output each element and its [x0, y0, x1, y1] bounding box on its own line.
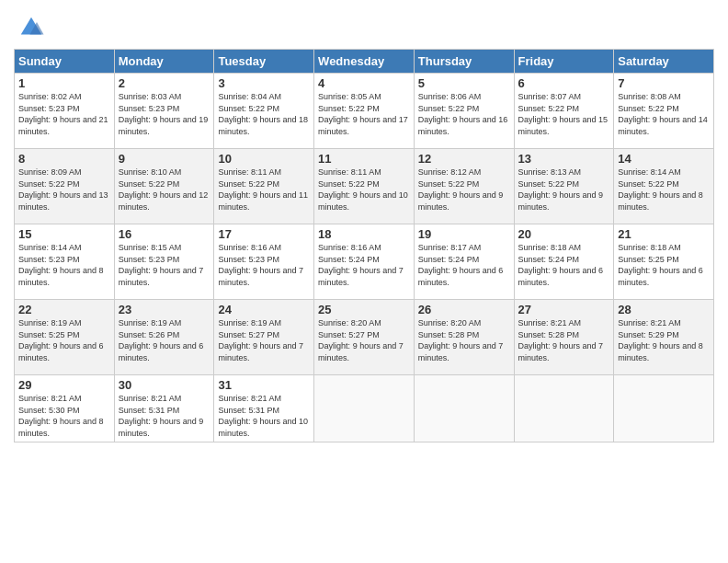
calendar-day-cell: 20 Sunrise: 8:18 AM Sunset: 5:24 PM Dayl…	[514, 224, 614, 300]
calendar-day-cell: 19 Sunrise: 8:17 AM Sunset: 5:24 PM Dayl…	[414, 224, 514, 300]
main-container: SundayMondayTuesdayWednesdayThursdayFrid…	[0, 0, 728, 452]
day-info: Sunrise: 8:07 AM Sunset: 5:22 PM Dayligh…	[518, 91, 610, 137]
calendar-day-cell: 14 Sunrise: 8:14 AM Sunset: 5:22 PM Dayl…	[614, 149, 714, 224]
day-info: Sunrise: 8:21 AM Sunset: 5:29 PM Dayligh…	[618, 317, 710, 363]
day-info: Sunrise: 8:21 AM Sunset: 5:31 PM Dayligh…	[218, 393, 310, 439]
day-info: Sunrise: 8:17 AM Sunset: 5:24 PM Dayligh…	[418, 242, 510, 288]
calendar-table: SundayMondayTuesdayWednesdayThursdayFrid…	[14, 49, 714, 442]
day-info: Sunrise: 8:10 AM Sunset: 5:22 PM Dayligh…	[119, 167, 210, 213]
day-number: 21	[618, 227, 710, 241]
day-number: 19	[418, 227, 510, 241]
weekday-header: Wednesday	[314, 50, 415, 74]
day-number: 8	[18, 152, 110, 166]
day-number: 24	[218, 303, 310, 316]
calendar-day-cell: 4 Sunrise: 8:05 AM Sunset: 5:22 PM Dayli…	[314, 74, 415, 149]
day-number: 22	[18, 303, 110, 316]
day-info: Sunrise: 8:06 AM Sunset: 5:22 PM Dayligh…	[418, 91, 510, 137]
calendar-week-row: 1 Sunrise: 8:02 AM Sunset: 5:23 PM Dayli…	[15, 74, 714, 149]
day-number: 3	[218, 76, 310, 90]
day-number: 4	[318, 76, 410, 90]
day-number: 30	[119, 378, 210, 392]
weekday-header: Thursday	[414, 50, 514, 74]
calendar-day-cell: 28 Sunrise: 8:21 AM Sunset: 5:29 PM Dayl…	[614, 300, 714, 375]
day-info: Sunrise: 8:14 AM Sunset: 5:22 PM Dayligh…	[618, 167, 710, 213]
day-info: Sunrise: 8:18 AM Sunset: 5:24 PM Dayligh…	[518, 242, 610, 288]
calendar-day-cell: 10 Sunrise: 8:11 AM Sunset: 5:22 PM Dayl…	[214, 149, 314, 224]
day-number: 6	[518, 76, 610, 90]
day-info: Sunrise: 8:08 AM Sunset: 5:22 PM Dayligh…	[618, 91, 710, 137]
day-info: Sunrise: 8:19 AM Sunset: 5:26 PM Dayligh…	[119, 317, 210, 363]
day-number: 16	[119, 227, 210, 241]
calendar-week-row: 29 Sunrise: 8:21 AM Sunset: 5:30 PM Dayl…	[15, 375, 714, 442]
day-info: Sunrise: 8:05 AM Sunset: 5:22 PM Dayligh…	[318, 91, 410, 137]
calendar-day-cell	[514, 375, 614, 442]
day-number: 23	[119, 303, 210, 316]
calendar-day-cell: 5 Sunrise: 8:06 AM Sunset: 5:22 PM Dayli…	[414, 74, 514, 149]
calendar-day-cell: 17 Sunrise: 8:16 AM Sunset: 5:23 PM Dayl…	[214, 224, 314, 300]
day-number: 20	[518, 227, 610, 241]
calendar-day-cell	[314, 375, 415, 442]
day-number: 17	[218, 227, 310, 241]
day-info: Sunrise: 8:02 AM Sunset: 5:23 PM Dayligh…	[18, 91, 110, 137]
day-info: Sunrise: 8:19 AM Sunset: 5:25 PM Dayligh…	[18, 317, 110, 363]
day-number: 12	[418, 152, 510, 166]
logo-icon	[17, 14, 45, 41]
calendar-week-row: 22 Sunrise: 8:19 AM Sunset: 5:25 PM Dayl…	[15, 300, 714, 375]
calendar-day-cell: 7 Sunrise: 8:08 AM Sunset: 5:22 PM Dayli…	[614, 74, 714, 149]
calendar-day-cell: 12 Sunrise: 8:12 AM Sunset: 5:22 PM Dayl…	[414, 149, 514, 224]
calendar-day-cell: 3 Sunrise: 8:04 AM Sunset: 5:22 PM Dayli…	[214, 74, 314, 149]
day-number: 27	[518, 303, 610, 316]
calendar-day-cell: 25 Sunrise: 8:20 AM Sunset: 5:27 PM Dayl…	[314, 300, 415, 375]
calendar-day-cell: 11 Sunrise: 8:11 AM Sunset: 5:22 PM Dayl…	[314, 149, 415, 224]
calendar-week-row: 8 Sunrise: 8:09 AM Sunset: 5:22 PM Dayli…	[15, 149, 714, 224]
day-info: Sunrise: 8:14 AM Sunset: 5:23 PM Dayligh…	[18, 242, 110, 288]
day-number: 29	[18, 378, 110, 392]
day-number: 14	[618, 152, 710, 166]
header	[14, 9, 714, 41]
calendar-day-cell	[414, 375, 514, 442]
day-number: 7	[618, 76, 710, 90]
day-info: Sunrise: 8:03 AM Sunset: 5:23 PM Dayligh…	[119, 91, 210, 137]
calendar-day-cell: 13 Sunrise: 8:13 AM Sunset: 5:22 PM Dayl…	[514, 149, 614, 224]
calendar-day-cell: 31 Sunrise: 8:21 AM Sunset: 5:31 PM Dayl…	[214, 375, 314, 442]
day-number: 2	[119, 76, 210, 90]
day-number: 15	[18, 227, 110, 241]
day-info: Sunrise: 8:21 AM Sunset: 5:30 PM Dayligh…	[18, 393, 110, 439]
calendar-day-cell: 30 Sunrise: 8:21 AM Sunset: 5:31 PM Dayl…	[114, 375, 214, 442]
day-info: Sunrise: 8:12 AM Sunset: 5:22 PM Dayligh…	[418, 167, 510, 213]
calendar-day-cell: 8 Sunrise: 8:09 AM Sunset: 5:22 PM Dayli…	[15, 149, 115, 224]
calendar-day-cell: 1 Sunrise: 8:02 AM Sunset: 5:23 PM Dayli…	[15, 74, 115, 149]
weekday-header: Sunday	[15, 50, 115, 74]
calendar-day-cell: 27 Sunrise: 8:21 AM Sunset: 5:28 PM Dayl…	[514, 300, 614, 375]
weekday-header: Saturday	[614, 50, 714, 74]
day-info: Sunrise: 8:21 AM Sunset: 5:31 PM Dayligh…	[119, 393, 210, 439]
day-number: 13	[518, 152, 610, 166]
day-info: Sunrise: 8:13 AM Sunset: 5:22 PM Dayligh…	[518, 167, 610, 213]
day-info: Sunrise: 8:15 AM Sunset: 5:23 PM Dayligh…	[119, 242, 210, 288]
day-info: Sunrise: 8:04 AM Sunset: 5:22 PM Dayligh…	[218, 91, 310, 137]
day-number: 28	[618, 303, 710, 316]
day-info: Sunrise: 8:16 AM Sunset: 5:23 PM Dayligh…	[218, 242, 310, 288]
day-info: Sunrise: 8:09 AM Sunset: 5:22 PM Dayligh…	[18, 167, 110, 213]
day-info: Sunrise: 8:19 AM Sunset: 5:27 PM Dayligh…	[218, 317, 310, 363]
day-number: 18	[318, 227, 410, 241]
calendar-day-cell: 15 Sunrise: 8:14 AM Sunset: 5:23 PM Dayl…	[15, 224, 115, 300]
calendar-day-cell: 16 Sunrise: 8:15 AM Sunset: 5:23 PM Dayl…	[114, 224, 214, 300]
day-number: 25	[318, 303, 410, 316]
logo	[14, 14, 45, 41]
day-number: 1	[18, 76, 110, 90]
day-number: 11	[318, 152, 410, 166]
day-number: 31	[218, 378, 310, 392]
calendar-week-row: 15 Sunrise: 8:14 AM Sunset: 5:23 PM Dayl…	[15, 224, 714, 300]
calendar-day-cell: 29 Sunrise: 8:21 AM Sunset: 5:30 PM Dayl…	[15, 375, 115, 442]
weekday-header: Monday	[114, 50, 214, 74]
day-info: Sunrise: 8:20 AM Sunset: 5:28 PM Dayligh…	[418, 317, 510, 363]
day-info: Sunrise: 8:20 AM Sunset: 5:27 PM Dayligh…	[318, 317, 410, 363]
day-info: Sunrise: 8:21 AM Sunset: 5:28 PM Dayligh…	[518, 317, 610, 363]
day-number: 26	[418, 303, 510, 316]
calendar-day-cell: 6 Sunrise: 8:07 AM Sunset: 5:22 PM Dayli…	[514, 74, 614, 149]
day-number: 10	[218, 152, 310, 166]
calendar-day-cell: 26 Sunrise: 8:20 AM Sunset: 5:28 PM Dayl…	[414, 300, 514, 375]
calendar-day-cell	[614, 375, 714, 442]
calendar-day-cell: 24 Sunrise: 8:19 AM Sunset: 5:27 PM Dayl…	[214, 300, 314, 375]
